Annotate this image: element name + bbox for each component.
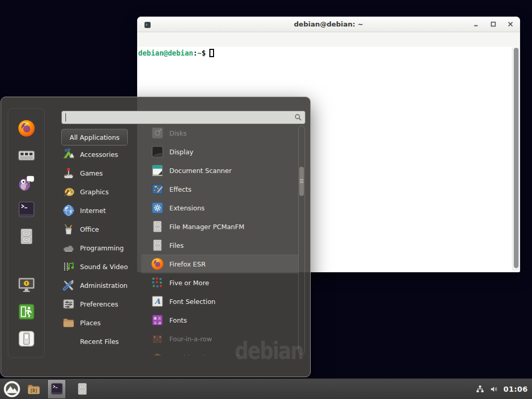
terminal-menubar xyxy=(137,32,520,47)
shutdown-button[interactable] xyxy=(17,329,36,348)
application-item[interactable]: A Font Selection xyxy=(141,292,298,311)
maximize-button[interactable] xyxy=(490,21,496,27)
file-manager-launcher[interactable] xyxy=(73,379,91,399)
category-label: Internet xyxy=(80,207,106,215)
favorites-spacer xyxy=(8,254,44,267)
sound-video-icon xyxy=(62,260,75,273)
category-item[interactable]: Recent Files xyxy=(62,332,140,351)
volume-icon xyxy=(489,384,499,394)
application-label: Document Scanner xyxy=(169,167,232,175)
office-icon xyxy=(62,222,75,236)
network-tray-icon[interactable] xyxy=(475,384,485,394)
svg-text:A: A xyxy=(154,297,161,305)
category-item[interactable]: Administration xyxy=(62,276,140,295)
maximize-icon xyxy=(490,21,496,27)
category-label: Games xyxy=(80,169,103,177)
prompt-symbol: $ xyxy=(202,49,206,57)
scanner-icon xyxy=(151,164,164,177)
application-item[interactable]: Firefox ESR xyxy=(141,255,298,273)
application-label: File Manager PCManFM xyxy=(169,223,244,231)
all-applications-button[interactable]: All Applications xyxy=(61,129,128,145)
search-caret xyxy=(65,113,66,122)
application-item[interactable]: Display xyxy=(141,142,298,161)
taskbar: [D] 01:06 xyxy=(0,378,532,399)
close-icon xyxy=(508,21,513,27)
favorite-file-manager[interactable] xyxy=(17,227,36,246)
application-list-scrollbar xyxy=(298,126,305,354)
logout-button[interactable] xyxy=(17,302,36,321)
terminal-titlebar[interactable]: debian@debian: ~ xyxy=(137,17,520,32)
category-item[interactable]: Games xyxy=(62,164,140,182)
application-label: Five or More xyxy=(169,279,209,287)
no-icon xyxy=(62,335,75,348)
disks-icon xyxy=(151,126,164,140)
category-label: Recent Files xyxy=(80,338,119,345)
menu-button[interactable] xyxy=(3,379,21,399)
window-controls xyxy=(473,17,513,32)
category-item[interactable]: Programming xyxy=(62,238,140,257)
svg-text:a: a xyxy=(158,320,161,325)
menu-search xyxy=(61,111,305,124)
category-item[interactable]: Sound & Video xyxy=(62,257,140,276)
application-label: Effects xyxy=(169,185,192,193)
application-item[interactable]: Files xyxy=(141,236,298,255)
programming-icon xyxy=(62,241,75,255)
category-item[interactable]: Graphics xyxy=(62,182,140,201)
extensions-icon xyxy=(151,201,164,215)
category-label: Programming xyxy=(80,244,124,252)
minimize-button[interactable] xyxy=(473,21,479,27)
application-item[interactable]: GDebi Package Installer xyxy=(141,348,298,355)
terminal-window-button[interactable] xyxy=(47,379,66,399)
favorites-column xyxy=(8,108,45,358)
application-list-scrollbar-thumb[interactable] xyxy=(299,167,304,196)
category-item[interactable]: Places xyxy=(62,313,140,332)
category-label: Office xyxy=(80,225,99,233)
five-or-more-icon xyxy=(151,276,164,289)
logout-icon xyxy=(17,302,36,321)
application-menu: All Applications Accessories Games Graph… xyxy=(1,97,311,377)
terminal-window-title: debian@debian: ~ xyxy=(294,20,363,28)
search-input[interactable] xyxy=(61,111,305,124)
volume-tray-icon[interactable] xyxy=(489,384,499,394)
minimize-icon xyxy=(473,21,479,27)
favorite-terminal[interactable] xyxy=(17,200,36,219)
lock-screen-button[interactable] xyxy=(17,275,36,294)
category-item[interactable]: Internet xyxy=(62,201,140,220)
category-label: Preferences xyxy=(80,300,118,308)
application-label: Disks xyxy=(169,129,187,137)
fonts-icon: aaaa xyxy=(151,313,164,327)
application-item[interactable]: Disks xyxy=(141,124,298,142)
application-label: GDebi Package Installer xyxy=(169,354,247,356)
application-item[interactable]: Effects xyxy=(141,180,298,198)
folder-d-icon: [D] xyxy=(26,382,41,396)
pidgin-icon xyxy=(17,173,36,192)
category-label: Accessories xyxy=(80,151,118,158)
firefox-icon xyxy=(17,119,36,138)
close-button[interactable] xyxy=(508,21,513,27)
accessories-icon xyxy=(62,148,75,161)
favorite-software[interactable] xyxy=(17,146,36,165)
application-item[interactable]: Four-in-a-row xyxy=(141,329,298,348)
application-item[interactable]: aaaa Fonts xyxy=(141,311,298,329)
application-label: Fonts xyxy=(169,316,187,324)
favorite-pidgin[interactable] xyxy=(17,173,36,192)
category-item[interactable]: Accessories xyxy=(62,145,140,164)
category-label: Graphics xyxy=(80,188,109,196)
prompt-path: ~ xyxy=(197,49,202,57)
administration-icon xyxy=(62,278,75,292)
file-cabinet-icon xyxy=(17,227,36,246)
category-item[interactable]: Office xyxy=(62,220,140,238)
file-cabinet-icon xyxy=(151,238,164,252)
application-item[interactable]: Document Scanner xyxy=(141,161,298,180)
svg-text:[D]: [D] xyxy=(30,388,38,393)
application-item[interactable]: File Manager PCManFM xyxy=(141,217,298,236)
desktop-folder-launcher[interactable]: [D] xyxy=(24,379,43,399)
application-item[interactable]: Five or More xyxy=(141,273,298,292)
application-item[interactable]: Extensions xyxy=(141,198,298,217)
file-cabinet-icon xyxy=(75,382,89,396)
favorite-firefox[interactable] xyxy=(17,119,36,138)
category-item[interactable]: Preferences xyxy=(62,295,140,313)
prompt-user: debian@debian xyxy=(138,49,193,57)
font-selection-icon: A xyxy=(151,295,164,308)
terminal-scrollbar-thumb[interactable] xyxy=(514,48,518,268)
